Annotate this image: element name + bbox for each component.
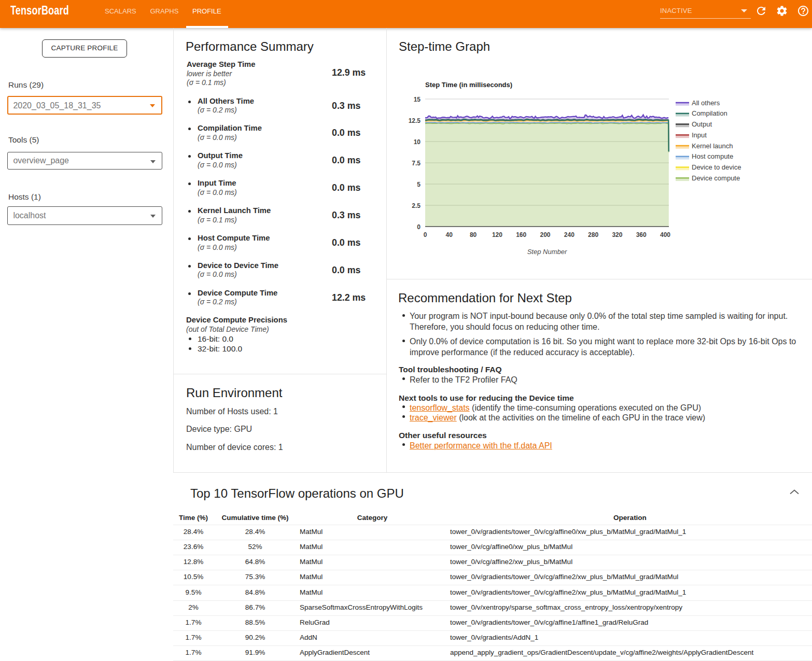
svg-text:Compilation: Compilation <box>692 109 727 117</box>
svg-text:240: 240 <box>564 231 575 238</box>
svg-text:15: 15 <box>414 96 421 103</box>
svg-text:5: 5 <box>417 181 421 188</box>
svg-text:280: 280 <box>588 231 598 238</box>
svg-text:80: 80 <box>470 231 477 238</box>
svg-text:120: 120 <box>492 231 502 238</box>
svg-text:400: 400 <box>660 231 670 238</box>
svg-text:2.5: 2.5 <box>412 202 421 209</box>
svg-text:160: 160 <box>516 231 526 238</box>
svg-text:200: 200 <box>540 231 550 238</box>
svg-text:Step Time (in milliseconds): Step Time (in milliseconds) <box>425 81 512 89</box>
svg-text:Device compute: Device compute <box>692 174 740 182</box>
svg-text:0: 0 <box>417 223 421 231</box>
svg-text:40: 40 <box>446 231 453 238</box>
svg-text:All others: All others <box>692 99 720 107</box>
svg-text:10: 10 <box>414 138 421 146</box>
svg-text:Output: Output <box>692 120 712 128</box>
svg-text:7.5: 7.5 <box>412 160 421 167</box>
svg-text:Input: Input <box>692 131 707 139</box>
svg-text:12.5: 12.5 <box>409 117 421 124</box>
svg-text:Host compute: Host compute <box>692 152 733 160</box>
svg-text:0: 0 <box>424 231 427 238</box>
svg-text:Kernel launch: Kernel launch <box>692 142 733 150</box>
svg-text:Device to device: Device to device <box>692 163 741 171</box>
svg-text:320: 320 <box>612 231 622 238</box>
svg-text:360: 360 <box>636 231 647 238</box>
svg-text:Step Number: Step Number <box>527 248 567 256</box>
